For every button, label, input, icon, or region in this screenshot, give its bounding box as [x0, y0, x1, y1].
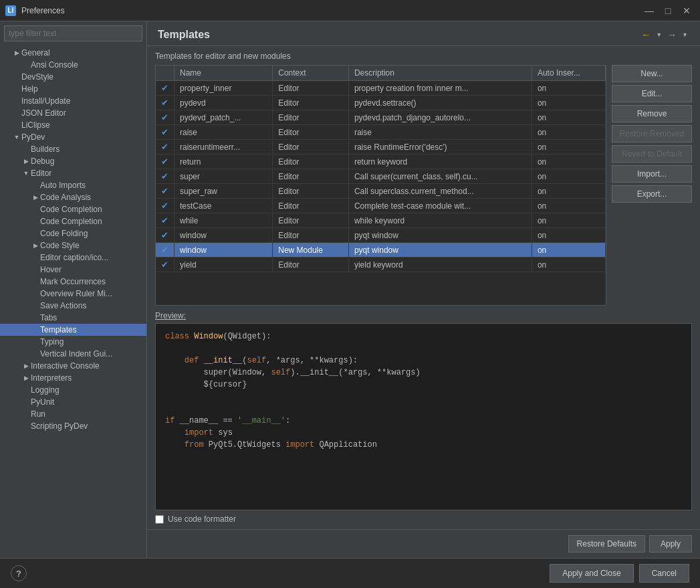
- row-context: New Module: [273, 243, 349, 258]
- row-context: Editor: [273, 125, 349, 140]
- sidebar-item-editor[interactable]: Editor: [0, 167, 146, 179]
- restore-defaults-button[interactable]: Restore Defaults: [568, 535, 645, 553]
- table-row[interactable]: ✔super_rawEditorCall superclass.current_…: [156, 184, 606, 199]
- row-description: pyqt window: [348, 243, 532, 258]
- table-row[interactable]: ✔raiseEditorraiseon: [156, 125, 606, 140]
- sidebar-item-mark-occurrences[interactable]: Mark Occurrences: [0, 276, 146, 288]
- sidebar-item-json-editor[interactable]: JSON Editor: [0, 107, 146, 119]
- apply-and-close-button[interactable]: Apply and Close: [550, 564, 633, 583]
- row-description: while keyword: [348, 213, 532, 228]
- sidebar-item-save-actions[interactable]: Save Actions: [0, 300, 146, 312]
- restore-removed-button[interactable]: Restore Removed: [612, 125, 692, 142]
- expand-arrow: [21, 157, 31, 166]
- row-description: return keyword: [348, 155, 532, 169]
- export-button[interactable]: Export...: [612, 185, 692, 203]
- sidebar-item-tabs[interactable]: Tabs: [0, 312, 146, 324]
- row-auto-insert: on: [532, 96, 605, 110]
- templates-container: Name Context Description Auto Inser... ✔…: [155, 65, 692, 306]
- row-name: raise: [174, 125, 273, 140]
- sidebar-item-pyunit[interactable]: PyUnit: [0, 396, 146, 408]
- sidebar-item-code-style[interactable]: Code Style: [0, 239, 146, 252]
- row-context: Editor: [273, 96, 349, 110]
- sidebar-item-typing[interactable]: Typing: [0, 336, 146, 348]
- sidebar-item-pydev[interactable]: PyDev: [0, 131, 146, 143]
- table-row[interactable]: ✔windowNew Modulepyqt windowon: [156, 243, 606, 258]
- sidebar-item-editor-caption[interactable]: Editor caption/ico...: [0, 252, 146, 264]
- main-container: General Ansi Console DevStyle Help Insta…: [0, 21, 700, 588]
- back-dropdown[interactable]: ▼: [655, 30, 663, 39]
- apply-button[interactable]: Apply: [649, 535, 692, 553]
- sidebar-item-code-completion-2[interactable]: Code Completion: [0, 215, 146, 227]
- row-auto-insert: on: [532, 140, 605, 155]
- sidebar-item-ansi-console[interactable]: Ansi Console: [0, 59, 146, 71]
- row-name: pydevd_patch_...: [174, 110, 273, 125]
- row-description: Complete test-case module wit...: [348, 199, 532, 213]
- remove-button[interactable]: Remove: [612, 105, 692, 122]
- row-name: property_inner: [174, 81, 273, 96]
- new-button[interactable]: New...: [612, 65, 692, 82]
- sidebar-item-liclipse[interactable]: LiClipse: [0, 119, 146, 131]
- table-row[interactable]: ✔superEditorCall super(current_class, se…: [156, 169, 606, 184]
- help-button[interactable]: ?: [11, 565, 27, 581]
- expand-arrow: [21, 361, 31, 371]
- sidebar-item-code-completion-1[interactable]: Code Completion: [0, 203, 146, 215]
- sidebar-item-overview-ruler[interactable]: Overview Ruler Mi...: [0, 288, 146, 300]
- row-checkbox-cell: ✔: [156, 184, 174, 199]
- sidebar-item-install-update[interactable]: Install/Update: [0, 95, 146, 107]
- table-row[interactable]: ✔whileEditorwhile keywordon: [156, 213, 606, 228]
- row-checkbox-cell: ✔: [156, 155, 174, 169]
- col-context[interactable]: Context: [273, 66, 349, 81]
- table-row[interactable]: ✔pydevd_patch_...Editorpydevd.patch_djan…: [156, 110, 606, 125]
- row-context: Editor: [273, 258, 349, 272]
- col-description[interactable]: Description: [348, 66, 532, 81]
- row-description: property creation from inner m...: [348, 81, 532, 96]
- sidebar-item-logging[interactable]: Logging: [0, 384, 146, 396]
- sidebar-item-code-folding[interactable]: Code Folding: [0, 227, 146, 239]
- col-auto-insert[interactable]: Auto Inser...: [532, 66, 605, 81]
- sidebar-item-general[interactable]: General: [0, 47, 146, 59]
- sidebar-item-vertical-indent[interactable]: Vertical Indent Gui...: [0, 348, 146, 360]
- row-checkbox-cell: ✔: [156, 199, 174, 213]
- page-title: Templates: [158, 29, 210, 41]
- table-row[interactable]: ✔returnEditorreturn keywordon: [156, 155, 606, 169]
- row-auto-insert: on: [532, 258, 605, 272]
- check-icon: ✔: [161, 112, 168, 122]
- table-row[interactable]: ✔raiseruntimeerr...Editorraise RuntimeEr…: [156, 140, 606, 155]
- sidebar-item-code-analysis[interactable]: Code Analysis: [0, 191, 146, 203]
- sidebar-item-hover[interactable]: Hover: [0, 264, 146, 276]
- revert-to-default-button[interactable]: Revert to Default: [612, 145, 692, 163]
- sidebar-item-auto-imports[interactable]: Auto Imports: [0, 179, 146, 191]
- table-row[interactable]: ✔pydevdEditorpydevd.settrace()on: [156, 96, 606, 110]
- sidebar-item-builders[interactable]: Builders: [0, 143, 146, 155]
- table-row[interactable]: ✔windowEditorpyqt windowon: [156, 228, 606, 243]
- table-row[interactable]: ✔testCaseEditorComplete test-case module…: [156, 199, 606, 213]
- row-description: raise RuntimeError('desc'): [348, 140, 532, 155]
- forward-button[interactable]: →: [665, 28, 679, 41]
- sidebar-item-help[interactable]: Help: [0, 83, 146, 95]
- row-context: Editor: [273, 155, 349, 169]
- sidebar-item-debug[interactable]: Debug: [0, 155, 146, 167]
- back-button[interactable]: ←: [638, 28, 653, 41]
- maximize-button[interactable]: □: [660, 3, 676, 19]
- filter-input[interactable]: [4, 25, 142, 41]
- check-icon: ✔: [161, 186, 168, 196]
- sidebar-item-run[interactable]: Run: [0, 408, 146, 420]
- use-code-formatter-checkbox[interactable]: [155, 515, 164, 524]
- table-row[interactable]: ✔property_innerEditorproperty creation f…: [156, 81, 606, 96]
- sidebar-item-interpreters[interactable]: Interpreters: [0, 372, 146, 384]
- cancel-button[interactable]: Cancel: [639, 564, 689, 583]
- col-name[interactable]: Name: [174, 66, 273, 81]
- edit-button[interactable]: Edit...: [612, 85, 692, 102]
- forward-dropdown[interactable]: ▼: [681, 30, 689, 39]
- sidebar-item-interactive-console[interactable]: Interactive Console: [0, 360, 146, 372]
- sidebar-item-templates[interactable]: Templates: [0, 324, 146, 336]
- sidebar-item-devstyle[interactable]: DevStyle: [0, 71, 146, 83]
- sidebar-item-scripting-pydev[interactable]: Scripting PyDev: [0, 420, 146, 432]
- check-icon: ✔: [161, 171, 168, 181]
- close-button[interactable]: ✕: [679, 3, 695, 19]
- table-wrapper[interactable]: Name Context Description Auto Inser... ✔…: [155, 65, 606, 306]
- import-button[interactable]: Import...: [612, 165, 692, 183]
- row-name: return: [174, 155, 273, 169]
- minimize-button[interactable]: —: [641, 3, 657, 19]
- table-row[interactable]: ✔yieldEditoryield keywordon: [156, 258, 606, 272]
